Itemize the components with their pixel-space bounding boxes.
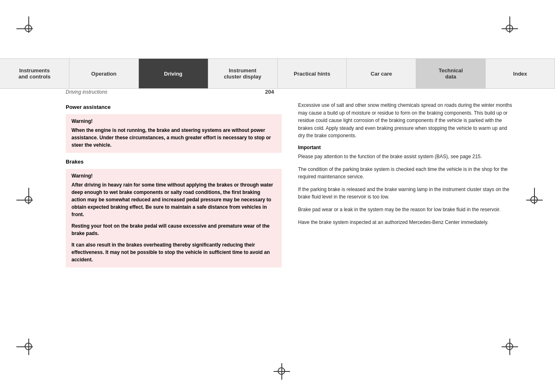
right-body-text3: The condition of the parking brake syste… — [298, 166, 514, 181]
right-body-text5: Brake pad wear or a leak in the system m… — [298, 206, 514, 214]
nav-instrument-cluster-display[interactable]: Instrument cluster display — [208, 59, 278, 88]
brakes-warning-text2: Resting your foot on the brake pedal wil… — [71, 222, 276, 237]
right-body-text4: If the parking brake is released and the… — [298, 186, 514, 201]
brakes-warning-text3: It can also result in the brakes overhea… — [71, 241, 276, 263]
brakes-warning-box: Warning! After driving in heavy rain for… — [66, 169, 282, 267]
power-assistance-warning-text: When the engine is not running, the brak… — [71, 127, 276, 149]
right-body-text6: Have the brake system inspected at an au… — [298, 219, 514, 226]
breadcrumb: Driving instructions — [66, 89, 107, 95]
power-assistance-warning-box: Warning! When the engine is not running,… — [66, 114, 282, 153]
nav-driving[interactable]: Driving — [139, 59, 208, 88]
brakes-warning-title: Warning! — [71, 173, 276, 179]
page-number: 204 — [265, 89, 274, 95]
two-column-layout: Power assistance Warning! When the engin… — [41, 101, 514, 273]
corner-mark-top-left — [25, 25, 49, 49]
power-assistance-title: Power assistance — [66, 104, 282, 110]
left-column: Power assistance Warning! When the engin… — [41, 101, 282, 273]
right-body-text2: Please pay attention to the function of … — [298, 153, 514, 161]
right-column: Excessive use of salt and other snow mel… — [298, 101, 514, 273]
nav-instruments-and-controls[interactable]: Instruments and controls — [0, 59, 69, 88]
page-content: Driving instructions 204 Power assistanc… — [41, 89, 514, 359]
brakes-title: Brakes — [66, 159, 282, 165]
section-header: Driving instructions 204 — [41, 89, 514, 95]
right-body-text1: Excessive use of salt and other snow mel… — [298, 101, 514, 140]
nav-operation[interactable]: Operation — [69, 59, 139, 88]
nav-technical-data[interactable]: Technical data — [416, 59, 486, 88]
nav-index[interactable]: Index — [486, 59, 555, 88]
nav-practical-hints[interactable]: Practical hints — [278, 59, 347, 88]
power-assistance-warning-title: Warning! — [71, 118, 276, 124]
navbar: Instruments and controls Operation Drivi… — [0, 58, 555, 89]
corner-mark-top-right — [506, 25, 530, 49]
brakes-warning-text1: After driving in heavy rain for some tim… — [71, 181, 276, 218]
nav-car-care[interactable]: Car care — [347, 59, 416, 88]
important-title: Important — [298, 145, 514, 150]
